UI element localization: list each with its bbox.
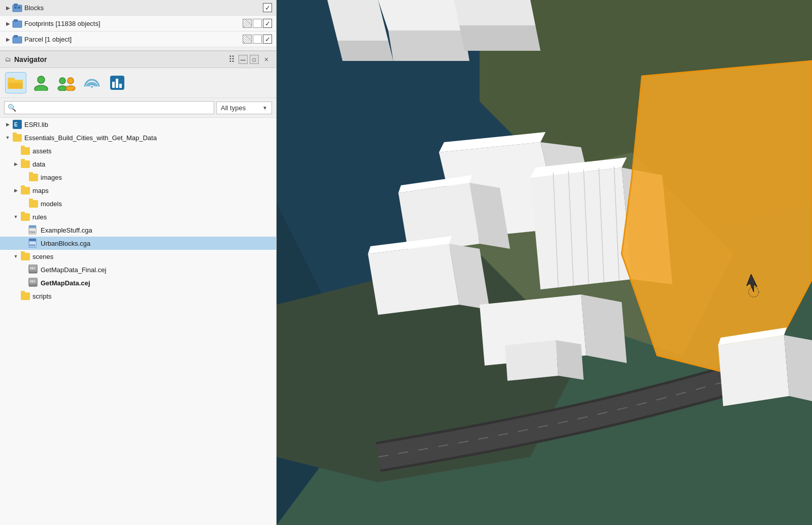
empty-box-footprints (253, 19, 262, 28)
navigator-header: 🗂 Navigator ⠿ — □ × (0, 51, 276, 68)
tree-item-images[interactable]: images (0, 171, 276, 184)
hatch-icon-footprints (243, 19, 252, 28)
navigator-title: Navigator (14, 55, 224, 63)
search-icon: 🔍 (8, 104, 16, 112)
scripts-folder-icon (20, 291, 30, 301)
svg-text:CEJ: CEJ (30, 267, 35, 270)
tree-item-models[interactable]: models (0, 197, 276, 210)
empty-box-parcel (253, 35, 262, 44)
viewport-canvas (277, 0, 812, 525)
left-panel: ▶ Blocks ▶ Footpri (0, 0, 277, 525)
expand-blocks-icon[interactable]: ▶ (4, 4, 12, 12)
search-input[interactable] (18, 104, 211, 112)
layer-row-parcel[interactable]: ▶ Parcel [1 object] (0, 31, 276, 47)
svg-text:CGA: CGA (29, 231, 36, 234)
expand-esri-lib-icon[interactable] (4, 121, 11, 128)
layer-check-blocks[interactable] (263, 3, 272, 12)
svg-rect-3 (18, 7, 20, 9)
hatch-icon-parcel (243, 35, 252, 44)
tree-item-scripts[interactable]: scripts (0, 289, 276, 303)
tree-label-assets: assets (32, 147, 52, 155)
layer-name-blocks: Blocks (24, 4, 263, 12)
examplestuff-cga-icon: CGA (28, 225, 39, 235)
navigator-close-button[interactable]: × (262, 54, 271, 64)
expand-parcel-icon[interactable]: ▶ (4, 35, 12, 43)
expand-footprints-icon[interactable]: ▶ (4, 19, 12, 27)
layer-checkboxes-footprints (243, 19, 272, 28)
svg-rect-21 (119, 84, 122, 88)
svg-marker-47 (327, 0, 388, 41)
svg-text:CGA: CGA (29, 244, 36, 247)
layer-check-parcel[interactable] (263, 35, 272, 44)
svg-rect-9 (8, 78, 15, 82)
svg-marker-73 (556, 340, 584, 380)
expand-rules-icon[interactable] (12, 213, 19, 220)
footprints-icon (12, 18, 22, 28)
tree-item-getmapdata-final[interactable]: CEJ GetMapData_Final.cej (0, 263, 276, 276)
essentials-folder-icon (12, 133, 22, 143)
scenes-folder-icon (20, 251, 30, 261)
svg-rect-2 (14, 7, 17, 9)
search-bar: 🔍 All types ▼ (0, 98, 276, 118)
tree-item-data[interactable]: data (0, 157, 276, 171)
tree-item-essentials[interactable]: Essentials_Build_Cities_with_Get_Map_Dat… (0, 131, 276, 144)
folder-open-button[interactable] (5, 72, 26, 93)
tree-item-esri-lib[interactable]: E ESRI.lib (0, 118, 276, 131)
getmapdata-final-cej-icon: CEJ (28, 265, 39, 275)
svg-point-16 (66, 86, 75, 91)
viewport[interactable] (277, 0, 812, 525)
svg-rect-1 (14, 4, 18, 6)
rules-folder-icon (20, 212, 30, 222)
svg-marker-72 (505, 340, 558, 381)
my-content-button[interactable] (30, 72, 52, 93)
tree-label-scenes: scenes (32, 253, 53, 260)
layer-row-blocks[interactable]: ▶ Blocks (0, 0, 276, 16)
tree-label-essentials: Essentials_Build_Cities_with_Get_Map_Dat… (24, 134, 157, 142)
blocks-icon (12, 3, 22, 13)
tree-item-rules[interactable]: rules (0, 210, 276, 223)
nav-header-controls: ⠿ — □ (227, 55, 259, 64)
svg-point-13 (59, 78, 65, 84)
svg-marker-51 (454, 0, 535, 25)
svg-marker-52 (459, 25, 540, 51)
tree-item-scenes[interactable]: scenes (0, 250, 276, 263)
type-filter-label: All types (221, 104, 260, 112)
tree-item-examplestuff[interactable]: CGA ExampleStuff.cga (0, 223, 276, 237)
svg-point-17 (91, 86, 93, 88)
layer-row-footprints[interactable]: ▶ Footprints [11838 objects] (0, 16, 276, 31)
models-folder-icon (28, 199, 39, 209)
tree-label-scripts: scripts (32, 292, 52, 300)
layer-name-parcel: Parcel [1 object] (24, 36, 243, 43)
expand-maps-icon[interactable] (12, 187, 19, 194)
tree-label-getmapdata: GetMapData.cej (41, 279, 90, 287)
maps-folder-icon (20, 185, 30, 195)
expand-essentials-icon[interactable] (4, 134, 11, 141)
group-content-button[interactable] (56, 72, 77, 93)
type-filter-dropdown[interactable]: All types ▼ (216, 102, 272, 114)
assets-folder-icon (20, 146, 30, 156)
expand-data-icon[interactable] (12, 160, 19, 168)
svg-marker-50 (388, 30, 469, 61)
svg-marker-75 (718, 335, 789, 406)
tree-item-getmapdata[interactable]: CEJ GetMapData.cej (0, 276, 276, 289)
layer-check-footprints[interactable] (263, 19, 272, 28)
tree-item-assets[interactable]: assets (0, 144, 276, 157)
svg-point-11 (38, 76, 45, 83)
search-input-wrapper[interactable]: 🔍 (4, 101, 214, 114)
tree-item-maps[interactable]: maps (0, 184, 276, 197)
tree-label-models: models (41, 200, 62, 208)
tree-item-urbanblocks[interactable]: CGA UrbanBlocks.cga (0, 237, 276, 250)
nav-maximize-button[interactable]: □ (250, 55, 259, 64)
svg-rect-5 (14, 19, 18, 22)
svg-rect-20 (116, 79, 118, 88)
svg-text:CEJ: CEJ (30, 280, 35, 283)
tree-label-maps: maps (32, 187, 49, 194)
analytics-button[interactable] (107, 72, 128, 93)
nav-dots-button[interactable]: ⠿ (227, 55, 236, 64)
images-folder-icon (28, 172, 39, 182)
expand-scenes-icon[interactable] (12, 253, 19, 260)
data-folder-icon (20, 159, 30, 169)
online-content-button[interactable] (81, 72, 103, 93)
nav-minimize-button[interactable]: — (239, 55, 248, 64)
tree-label-getmapdata-final: GetMapData_Final.cej (41, 266, 106, 274)
